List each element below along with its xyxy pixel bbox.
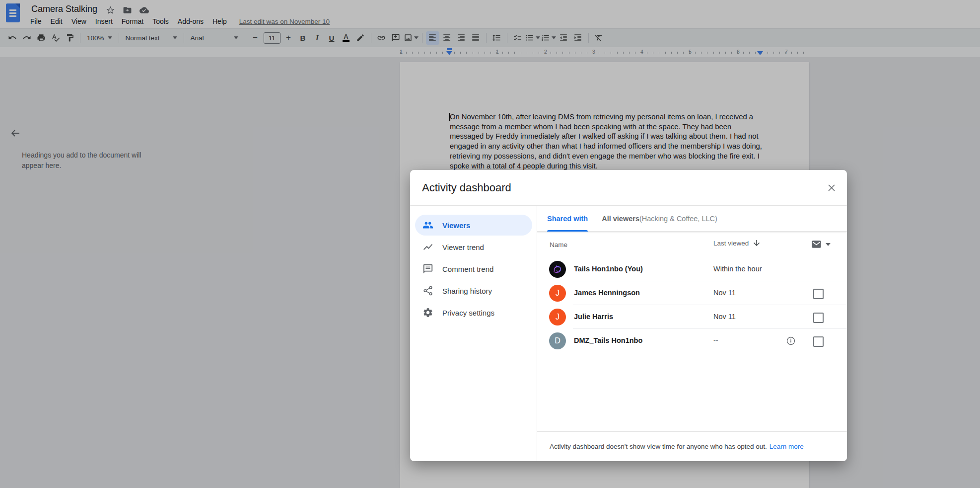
sidebar-item-viewers[interactable]: Viewers: [415, 215, 532, 236]
sidebar-item-comment-trend[interactable]: Comment trend: [415, 258, 532, 279]
email-viewers-button[interactable]: [811, 239, 831, 250]
avatar: D: [549, 332, 566, 349]
viewer-name: Tails Hon1nbo (You): [574, 265, 643, 273]
gear-icon: [422, 307, 434, 319]
last-viewed-value: --: [713, 336, 718, 344]
tab-all-viewers[interactable]: All viewers (Hacking & Coffee, LLC): [602, 206, 717, 231]
last-viewed-value: Within the hour: [713, 265, 762, 273]
table-row: JJames HenningsonNov 11: [537, 281, 847, 305]
activity-dashboard-dialog: Activity dashboard ViewersViewer trendCo…: [410, 170, 847, 461]
sidebar-item-sharing-history[interactable]: Sharing history: [415, 280, 532, 301]
learn-more-link[interactable]: Learn more: [770, 443, 804, 450]
close-button[interactable]: [826, 182, 837, 193]
sidebar-item-privacy-settings[interactable]: Privacy settings: [415, 302, 532, 323]
column-name: Name: [550, 241, 567, 248]
trend-icon: [422, 241, 434, 253]
tab-label-suffix: (Hacking & Coffee, LLC): [639, 215, 717, 223]
tab-label: All viewers: [602, 215, 639, 223]
table-row: JJulie HarrisNov 11: [537, 305, 847, 329]
sidebar-item-label: Sharing history: [442, 287, 492, 295]
close-icon: [826, 182, 837, 193]
sort-descending-icon: [752, 239, 761, 247]
info-icon[interactable]: [786, 336, 796, 346]
email-icon: [811, 239, 822, 250]
tab-bar: Shared withAll viewers (Hacking & Coffee…: [537, 206, 847, 232]
chevron-down-icon: [826, 243, 831, 246]
last-viewed-value: Nov 11: [713, 313, 736, 321]
share-icon: [422, 285, 434, 297]
sidebar-item-label: Viewer trend: [442, 243, 484, 251]
dialog-footer: Activity dashboard doesn't show view tim…: [537, 431, 847, 461]
table-row: Tails Hon1nbo (You)Within the hour: [537, 257, 847, 281]
row-checkbox[interactable]: [813, 336, 824, 347]
avatar: [549, 261, 566, 278]
dialog-header: Activity dashboard: [410, 170, 847, 206]
row-checkbox[interactable]: [813, 313, 824, 323]
sidebar-item-label: Comment trend: [442, 265, 493, 273]
row-checkbox[interactable]: [813, 289, 824, 299]
viewer-name: DMZ_Tails Hon1nbo: [574, 336, 642, 344]
viewer-name: James Henningson: [574, 289, 640, 297]
screen: Camera Stalking FileEditViewInsertFormat…: [0, 0, 980, 488]
avatar: J: [549, 285, 566, 302]
people-icon: [422, 219, 434, 231]
dialog-title: Activity dashboard: [422, 181, 511, 194]
viewer-list: Tails Hon1nbo (You)Within the hourJJames…: [537, 257, 847, 353]
footer-text: Activity dashboard doesn't show view tim…: [550, 443, 767, 450]
tab-label: Shared with: [547, 215, 588, 223]
commenttrend-icon: [422, 263, 434, 275]
viewer-name: Julie Harris: [574, 313, 613, 321]
sidebar-item-label: Viewers: [442, 221, 470, 230]
avatar: J: [549, 309, 566, 325]
tab-shared-with[interactable]: Shared with: [547, 206, 588, 231]
sidebar-item-label: Privacy settings: [442, 309, 494, 317]
table-header: Name Last viewed: [537, 232, 847, 257]
sidebar-item-viewer-trend[interactable]: Viewer trend: [415, 237, 532, 257]
dialog-sidebar: ViewersViewer trendComment trendSharing …: [410, 206, 537, 461]
dialog-content: Shared withAll viewers (Hacking & Coffee…: [537, 206, 847, 461]
sort-by-last-viewed[interactable]: Last viewed: [713, 239, 761, 247]
last-viewed-value: Nov 11: [713, 289, 736, 297]
table-row: DDMZ_Tails Hon1nbo--: [537, 329, 847, 353]
